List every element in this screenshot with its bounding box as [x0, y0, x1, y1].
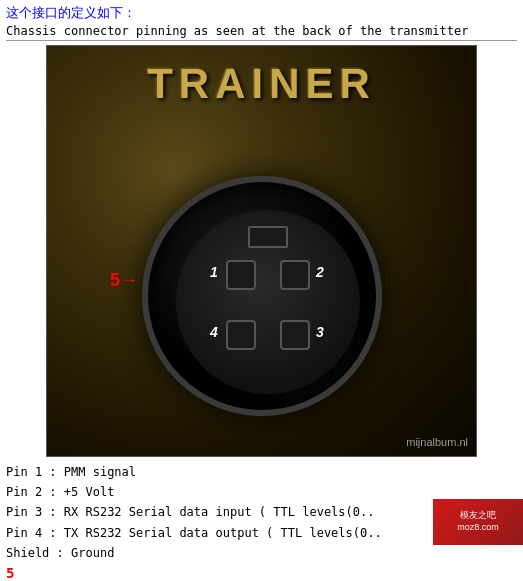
trainer-image: TRAINER 1 2 3 4 5→ — [46, 45, 477, 457]
divider — [6, 40, 517, 41]
pin4-hole — [226, 320, 256, 350]
pin1-info: Pin 1 : PMM signal — [6, 463, 517, 482]
pin2-label: 2 — [316, 264, 324, 280]
shield-info: Shield : Ground — [6, 544, 517, 563]
pin4-label: 4 — [210, 324, 218, 340]
red-number: 5 — [6, 565, 14, 581]
moz8-watermark: 模友之吧moz8.com — [433, 499, 523, 545]
watermark: mijnalbum.nl — [406, 436, 468, 448]
trainer-label: TRAINER — [47, 60, 476, 108]
pin1-label: 1 — [210, 264, 218, 280]
moz8-text: 模友之吧moz8.com — [457, 510, 499, 533]
pin2-hole — [280, 260, 310, 290]
description-line: Chassis connector pinning as seen at the… — [6, 24, 517, 38]
pin3-hole — [280, 320, 310, 350]
connector-outer: 1 2 3 4 5→ — [142, 176, 382, 416]
page-container: 这个接口的定义如下： Chassis connector pinning as … — [0, 0, 523, 581]
connector-guide — [248, 226, 288, 248]
connector-inner: 1 2 3 4 — [176, 210, 360, 394]
pin3-label: 3 — [316, 324, 324, 340]
pin1-hole — [226, 260, 256, 290]
pin5-arrow: 5→ — [110, 270, 138, 291]
chinese-label: 这个接口的定义如下： — [6, 4, 517, 22]
